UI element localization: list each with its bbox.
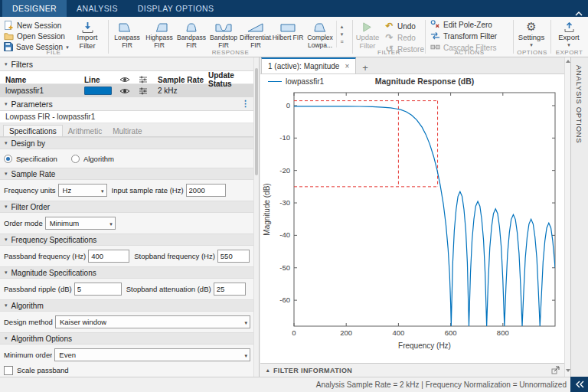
new-session-button[interactable]: New Session: [4, 21, 70, 30]
expand-up-icon: ▴: [266, 368, 270, 374]
properties-column-icon: [139, 76, 158, 83]
scrollbar-thumb[interactable]: [255, 68, 258, 175]
figure-tab-magnitude[interactable]: 1 (active): Magnitude ×: [261, 57, 356, 74]
ribbon-divider: [550, 20, 551, 54]
section-sample-rate[interactable]: ▾ Sample Rate: [0, 168, 254, 180]
figure-tab-bar: 1 (active): Magnitude × +: [260, 57, 564, 74]
passband-ripple-field[interactable]: [74, 283, 122, 296]
complex-lowpass-icon: [311, 21, 329, 33]
svg-text:-60: -60: [279, 296, 290, 304]
double-chevron-left-icon: [575, 381, 584, 388]
filter-information-bar[interactable]: ▴ FILTER INFORMATION: [260, 363, 564, 377]
section-algorithm-options[interactable]: ▾ Algorithm Options: [0, 332, 254, 345]
order-mode-combo[interactable]: Minimum ▾: [45, 217, 116, 230]
import-filter-icon: [81, 21, 94, 34]
transform-filter-button[interactable]: Transform Filter: [430, 31, 512, 41]
parameters-tabs: Specifications Arithmetic Multirate: [0, 123, 254, 137]
filters-table-header: Name Line Sample Rate Update Status: [0, 71, 254, 84]
stopband-frequency-field[interactable]: [217, 250, 250, 263]
collapse-parameters-icon: ▾: [5, 101, 8, 107]
status-text: Analysis Sample Rate = 2 kHz | Frequency…: [316, 381, 567, 389]
svg-text:-40: -40: [279, 230, 290, 239]
filter-name: lowpassfir1: [0, 87, 84, 95]
tab-arithmetic[interactable]: Arithmetic: [63, 126, 107, 136]
analysis-options-strip[interactable]: ANALYSIS OPTIONS: [570, 57, 588, 377]
left-panel-scrollbar[interactable]: [253, 57, 259, 377]
svg-text:0: 0: [286, 101, 290, 109]
new-session-icon: [4, 21, 14, 31]
scale-passband-checkbox[interactable]: [4, 366, 13, 375]
tab-specifications[interactable]: Specifications: [3, 125, 63, 136]
minimum-order-combo[interactable]: Even ▾: [54, 348, 250, 361]
new-figure-tab-icon[interactable]: +: [356, 62, 374, 74]
svg-text:Magnitude (dB): Magnitude (dB): [263, 183, 271, 235]
tab-analysis[interactable]: ANALYSIS: [67, 0, 128, 17]
section-algorithm[interactable]: ▾ Algorithm: [0, 299, 254, 312]
section-design-by[interactable]: ▾ Design by: [0, 137, 254, 149]
scroll-down-icon[interactable]: [566, 369, 570, 372]
section-filter-order[interactable]: ▾ Filter Order: [0, 201, 254, 213]
tab-multirate[interactable]: Multirate: [107, 126, 147, 136]
export-button[interactable]: Export ▾: [552, 18, 586, 47]
svg-text:Frequency (Hz): Frequency (Hz): [398, 341, 451, 350]
undo-button[interactable]: ↶ Undo: [384, 21, 424, 31]
gallery-down-icon[interactable]: ▾: [341, 31, 344, 37]
design-method-combo[interactable]: Kaiser window ▾: [55, 315, 250, 328]
ribbon-divider: [108, 20, 109, 54]
section-label-file: FILE: [0, 49, 107, 56]
filters-panel-header[interactable]: ▾ Filters: [0, 57, 254, 71]
svg-text:-50: -50: [279, 263, 290, 272]
svg-text:800: 800: [497, 328, 509, 337]
line-color-swatch[interactable]: [84, 87, 112, 95]
parameters-menu-icon[interactable]: ⋮: [241, 99, 250, 109]
redo-button[interactable]: ↷ Redo: [384, 33, 424, 42]
visibility-eye-icon[interactable]: [119, 87, 139, 95]
parameters-subtitle: Lowpass FIR - lowpassfir1: [0, 111, 254, 123]
close-tab-icon[interactable]: ×: [345, 62, 349, 70]
tab-display-options[interactable]: DISPLAY OPTIONS: [128, 0, 224, 17]
settings-button[interactable]: ⚙ Settings ▾: [514, 18, 548, 47]
figure-area: 02004006008000-10-20-30-40-50-60Magnitud…: [260, 74, 564, 363]
hilbert-fir-icon: [279, 21, 297, 33]
edit-pole-zero-button[interactable]: Edit Pole-Zero: [430, 20, 512, 29]
settings-caret-icon: ▾: [530, 42, 533, 47]
magnitude-response-plot[interactable]: 02004006008000-10-20-30-40-50-60Magnitud…: [260, 74, 564, 363]
filter-properties-icon[interactable]: [139, 87, 158, 95]
parameters-panel-header[interactable]: ▾ Parameters ⋮: [0, 97, 254, 111]
svg-text:-20: -20: [279, 166, 290, 175]
svg-text:0: 0: [292, 328, 296, 337]
gear-icon: ⚙: [526, 21, 536, 34]
analysis-options-corner-toggle[interactable]: [570, 377, 588, 392]
svg-text:Magnitude Response (dB): Magnitude Response (dB): [375, 77, 475, 86]
status-bar: Analysis Sample Rate = 2 kHz | Frequency…: [0, 377, 588, 392]
section-frequency-specifications[interactable]: ▾ Frequency Specifications: [0, 234, 254, 246]
popout-icon[interactable]: [551, 366, 560, 376]
figure-scrollbar[interactable]: [564, 57, 570, 377]
ribbon-divider: [513, 20, 514, 54]
legend-line-sample: [268, 81, 282, 82]
plot-legend: lowpassfir1: [265, 77, 327, 87]
input-sample-rate-field[interactable]: [186, 184, 226, 197]
bandstop-fir-icon: [214, 21, 233, 33]
section-magnitude-specifications[interactable]: ▾ Magnitude Specifications: [0, 266, 254, 279]
scroll-up-icon[interactable]: [566, 60, 570, 63]
radio-specification[interactable]: [4, 155, 12, 163]
gallery-expand-icon[interactable]: ≡: [340, 39, 343, 44]
tab-designer[interactable]: DESIGNER: [2, 0, 67, 17]
frequency-units-combo[interactable]: Hz ▾: [58, 184, 107, 197]
undo-icon: ↶: [384, 21, 394, 31]
combo-caret-icon: ▾: [109, 221, 113, 227]
ribbon-divider: [425, 20, 426, 54]
passband-frequency-field[interactable]: [88, 250, 129, 263]
combo-caret-icon: ▾: [244, 353, 247, 359]
gallery-up-icon[interactable]: ▴: [341, 24, 344, 29]
visibility-column-eye-icon: [119, 76, 139, 83]
toolstrip-tab-bar: DESIGNER ANALYSIS DISPLAY OPTIONS: [0, 0, 588, 17]
radio-algorithm[interactable]: [71, 155, 80, 163]
differentiator-fir-icon: [247, 21, 265, 33]
filter-sample-rate: 2 kHz: [158, 87, 208, 95]
svg-text:200: 200: [340, 328, 352, 337]
bandpass-fir-icon: [182, 21, 201, 33]
open-session-button[interactable]: Open Session: [4, 31, 70, 41]
stopband-attenuation-field[interactable]: [214, 283, 246, 296]
